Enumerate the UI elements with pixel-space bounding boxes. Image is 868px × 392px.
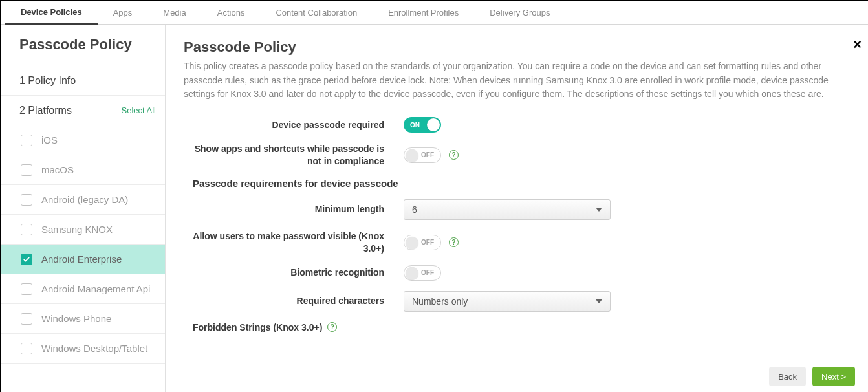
field-label: Allow users to make password visible (Kn… [184, 230, 404, 255]
toggle-allow-visible[interactable]: OFF [404, 235, 441, 250]
checkbox[interactable] [21, 283, 32, 295]
platform-android-enterprise[interactable]: Android Enterprise [1, 245, 165, 274]
checkbox[interactable] [21, 254, 32, 265]
main-panel: × Passcode Policy This policy creates a … [166, 25, 868, 392]
help-icon[interactable]: ? [327, 322, 337, 332]
platform-samsung-knox[interactable]: Samsung KNOX [1, 215, 165, 245]
platform-macos[interactable]: macOS [1, 155, 165, 185]
back-button[interactable]: Back [769, 367, 806, 386]
checkbox[interactable] [21, 313, 32, 325]
toggle-state: OFF [421, 269, 434, 276]
section-passcode-requirements: Passcode requirements for device passcod… [193, 178, 846, 189]
platform-android-management-api[interactable]: Android Management Api [1, 274, 165, 304]
platform-ios[interactable]: iOS [1, 125, 165, 155]
tab-media[interactable]: Media [147, 1, 201, 25]
field-label: Required characters [184, 295, 404, 307]
platform-label: Windows Desktop/Tablet [41, 343, 147, 354]
step-platforms[interactable]: 2 Platforms Select All [1, 96, 165, 125]
platform-android-legacy-da-[interactable]: Android (legacy DA) [1, 185, 165, 215]
field-label: Show apps and shortcuts while passcode i… [184, 143, 404, 168]
platform-label: Android (legacy DA) [41, 194, 128, 206]
close-icon[interactable]: × [853, 36, 862, 53]
platform-label: Windows Phone [41, 313, 111, 325]
platform-label: Samsung KNOX [41, 224, 113, 235]
toggle-biometric[interactable]: OFF [404, 265, 441, 281]
page-title: Passcode Policy [184, 39, 846, 56]
tab-delivery-groups[interactable]: Delivery Groups [474, 1, 565, 25]
next-button[interactable]: Next > [812, 367, 855, 386]
select-value: Numbers only [412, 296, 468, 307]
divider [193, 338, 846, 338]
row-biometric: Biometric recognition OFF [184, 265, 846, 281]
field-label: Forbidden Strings (Knox 3.0+) [193, 322, 322, 332]
platform-label: iOS [41, 135, 58, 146]
checkbox[interactable] [21, 135, 32, 146]
sidebar-title: Passcode Policy [1, 25, 165, 66]
page-description: This policy creates a passcode policy ba… [184, 60, 843, 102]
checkbox[interactable] [21, 224, 32, 235]
row-forbidden-strings: Forbidden Strings (Knox 3.0+) ? [193, 322, 846, 332]
tab-apps[interactable]: Apps [98, 1, 148, 25]
step-label: 2 Platforms [19, 105, 72, 116]
platform-label: Android Management Api [41, 283, 150, 295]
row-minimum-length: Minimum length 6 [184, 199, 846, 220]
sidebar-scroll[interactable]: 1 Policy Info 2 Platforms Select All iOS… [1, 66, 165, 392]
field-label: Device passcode required [184, 119, 404, 131]
checkbox[interactable] [21, 164, 32, 176]
top-nav: Device PoliciesAppsMediaActionsContent C… [1, 1, 868, 25]
step-policy-info[interactable]: 1 Policy Info [1, 66, 165, 96]
row-allow-visible: Allow users to make password visible (Kn… [184, 230, 846, 255]
footer: Back Next > [166, 361, 868, 392]
toggle-knob [406, 267, 418, 280]
select-minimum-length[interactable]: 6 [404, 199, 611, 220]
toggle-knob [427, 118, 440, 131]
tab-actions[interactable]: Actions [202, 1, 261, 25]
field-label: Biometric recognition [184, 267, 404, 279]
toggle-state: OFF [421, 151, 434, 158]
platform-windows-desktop-tablet[interactable]: Windows Desktop/Tablet [1, 334, 165, 364]
checkbox[interactable] [21, 343, 32, 354]
platform-windows-phone[interactable]: Windows Phone [1, 304, 165, 334]
help-icon[interactable]: ? [449, 150, 459, 160]
toggle-show-apps[interactable]: OFF [404, 147, 441, 163]
row-device-passcode-required: Device passcode required ON [184, 117, 846, 133]
help-icon[interactable]: ? [449, 237, 459, 247]
toggle-state: OFF [421, 239, 434, 246]
platform-label: macOS [41, 164, 74, 176]
content: Passcode Policy This policy creates a pa… [166, 25, 868, 361]
select-value: 6 [412, 204, 417, 215]
tab-device-policies[interactable]: Device Policies [5, 1, 98, 25]
row-required-characters: Required characters Numbers only [184, 291, 846, 312]
toggle-knob [406, 237, 418, 250]
select-required-characters[interactable]: Numbers only [404, 291, 611, 312]
sidebar: Passcode Policy 1 Policy Info 2 Platform… [1, 25, 166, 392]
toggle-knob [406, 149, 418, 162]
toggle-state: ON [410, 122, 420, 129]
checkbox[interactable] [21, 194, 32, 206]
step-label: 1 Policy Info [19, 75, 76, 87]
tab-enrollment-profiles[interactable]: Enrollment Profiles [373, 1, 474, 25]
chevron-down-icon [596, 299, 602, 303]
platform-label: Android Enterprise [41, 254, 122, 265]
tab-content-collaboration[interactable]: Content Collaboration [260, 1, 373, 25]
row-show-apps: Show apps and shortcuts while passcode i… [184, 143, 846, 168]
select-all-link[interactable]: Select All [122, 105, 156, 115]
field-label: Minimum length [184, 203, 404, 215]
toggle-device-passcode-required[interactable]: ON [404, 117, 441, 133]
chevron-down-icon [596, 208, 602, 212]
